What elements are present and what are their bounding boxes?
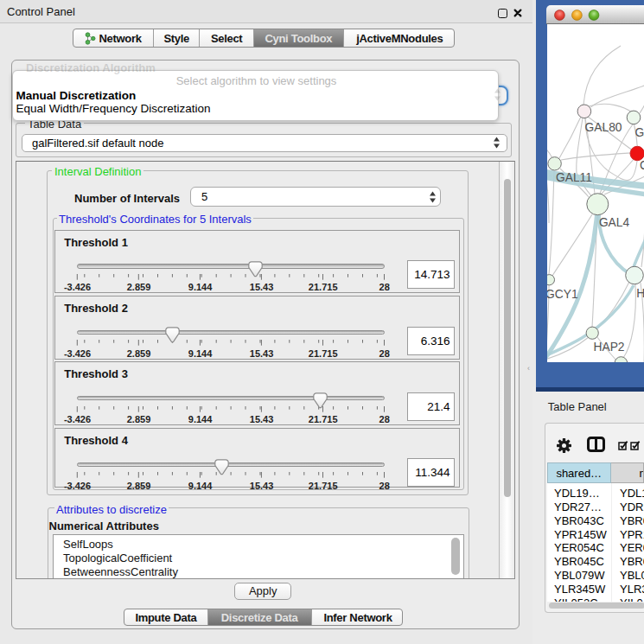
svg-text:GAL: GAL — [634, 126, 644, 139]
svg-text:HAP2: HAP2 — [593, 341, 624, 354]
svg-text:GCY1: GCY1 — [547, 288, 578, 301]
svg-text:GAL11: GAL11 — [556, 171, 592, 184]
svg-text:H: H — [636, 287, 644, 300]
svg-text:C: C — [640, 159, 644, 172]
svg-text:GAL80: GAL80 — [584, 121, 622, 134]
svg-text:GAL4: GAL4 — [598, 216, 629, 229]
